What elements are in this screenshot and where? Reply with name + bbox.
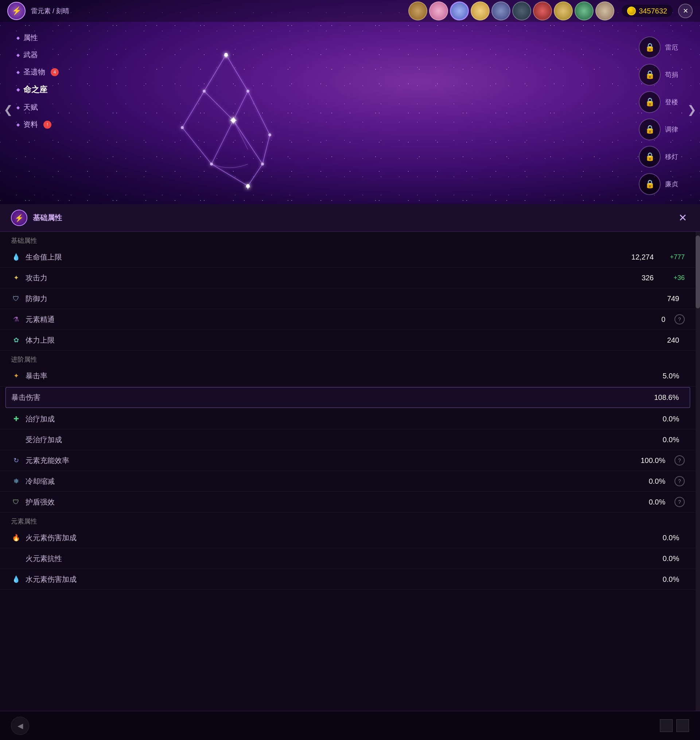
panel-title: 基础属性 [33,213,62,223]
pyrores-icon [11,554,21,564]
nav-logo: ⚡ [7,2,25,20]
top-navigation: ⚡ 雷元素 / 刻晴 3457632 ✕ [0,0,700,22]
panel-logo: ⚡ [11,210,27,226]
const-label-4: 调律 [665,125,678,134]
sidebar-item-constellation[interactable]: 命之座 [11,81,64,99]
char-avatar-2[interactable] [429,1,448,21]
constellation-art [102,25,350,197]
inhealing-icon [11,435,21,445]
const-circle-4[interactable]: 🔒 [639,119,660,140]
char-avatar-8[interactable] [554,1,573,21]
stat-row-stamina: ✿ 体力上限 240 [0,330,696,351]
sidebar-item-weapon[interactable]: 武器 [11,46,64,63]
svg-line-8 [233,120,263,164]
stat-row-pyrores: 火元素抗性 0.0% [0,548,696,569]
hp-icon: 💧 [11,252,21,262]
panel-close-button[interactable]: ✕ [676,211,689,224]
const-btn-3[interactable]: 🔒 登楼 [639,91,678,113]
bottom-square-1[interactable] [660,719,673,732]
er-help-button[interactable]: ? [675,455,685,465]
nav-arrow-right[interactable]: ❯ [687,103,696,116]
svg-point-13 [203,90,206,92]
const-btn-2[interactable]: 🔒 苟捐 [639,64,678,86]
const-circle-2[interactable]: 🔒 [639,64,660,86]
stats-container: 基础属性 💧 生命值上限 12,274 +777 ✦ 攻击力 326 +36 [0,232,700,740]
char-avatar-1[interactable] [408,1,427,21]
stats-scrollbar[interactable] [696,232,700,740]
character-list [408,1,614,21]
svg-line-7 [212,120,233,164]
stat-value-shield: 0.0% [649,498,665,507]
stamina-icon: ✿ [11,335,21,345]
stat-value-atk: 326 [642,274,654,282]
sidebar-label-profile: 资料 [24,120,38,129]
cd-help-button[interactable]: ? [675,476,685,486]
bottom-square-2[interactable] [676,719,689,732]
bottom-navigation: ◀ [0,711,700,740]
const-circle-5[interactable]: 🔒 [639,146,660,168]
scrollbar-thumb[interactable] [696,235,700,308]
stat-value-er: 100.0% [641,457,665,465]
stat-row-em: ⚗ 元素精通 0 ? [0,309,696,330]
const-circle-6[interactable]: 🔒 [639,173,660,195]
stat-name-cd: 冷却缩减 [25,476,649,486]
char-avatar-5[interactable] [491,1,510,21]
char-avatar-4[interactable] [471,1,490,21]
stat-row-pyro: 🔥 火元素伤害加成 0.0% [0,527,696,548]
char-avatar-3[interactable] [450,1,469,21]
stat-row-critrate: ✦ 暴击率 5.0% [0,366,696,386]
sidebar-item-artifacts[interactable]: 圣遗物 4 [11,63,64,81]
sidebar-item-attributes[interactable]: 属性 [11,29,64,46]
stat-value-critrate: 5.0% [662,372,679,380]
const-btn-4[interactable]: 🔒 调律 [639,119,678,140]
gold-amount: 3457632 [639,7,667,15]
left-sidebar: 属性 武器 圣遗物 4 命之座 天赋 资料 ! [11,29,64,133]
stat-row-atk: ✦ 攻击力 326 +36 [0,267,696,288]
const-btn-1[interactable]: 🔒 雷厄 [639,37,678,58]
def-icon: 🛡 [11,294,21,304]
nav-close-button[interactable]: ✕ [678,4,693,18]
breadcrumb: 雷元素 / 刻晴 [31,7,69,15]
stat-row-hp: 💧 生命值上限 12,274 +777 [0,247,696,267]
em-icon: ⚗ [11,314,21,324]
char-avatar-6[interactable] [512,1,531,21]
stat-row-critdmg: 暴击伤害 108.6% [6,387,690,408]
shield-help-button[interactable]: ? [675,497,685,507]
element-section-header: 元素属性 [0,512,696,527]
panel-header: ⚡ 基础属性 ✕ [0,204,700,232]
stat-row-shield: 🛡 护盾强效 0.0% ? [0,492,696,512]
stat-row-def: 🛡 防御力 749 [0,288,696,309]
stat-name-hp: 生命值上限 [25,252,631,262]
sidebar-item-profile[interactable]: 资料 ! [11,116,64,133]
nav-arrow-left[interactable]: ❮ [4,103,13,116]
stat-name-pyro: 火元素伤害加成 [25,533,662,543]
svg-point-19 [261,163,264,166]
stat-bonus-hp: +777 [659,253,685,261]
stat-name-critrate: 暴击率 [25,371,662,381]
stat-name-em: 元素精通 [25,314,661,324]
svg-point-15 [181,126,184,129]
er-icon: ↻ [11,455,21,465]
stat-name-inhealing: 受治疗加成 [25,435,662,445]
stat-name-def: 防御力 [25,294,667,304]
svg-line-0 [204,55,226,91]
stat-name-er: 元素充能效率 [25,456,641,465]
const-btn-5[interactable]: 🔒 移灯 [639,146,678,168]
bottom-nav-prev[interactable]: ◀ [11,717,29,735]
bottom-nav-squares [660,719,689,732]
stat-name-critdmg: 暴击伤害 [11,393,654,402]
const-btn-6[interactable]: 🔒 廉贞 [639,173,678,195]
const-circle-3[interactable]: 🔒 [639,91,660,113]
char-avatar-9[interactable] [575,1,594,21]
em-help-button[interactable]: ? [675,314,685,324]
char-avatar-10[interactable] [596,1,614,21]
gold-display: 3457632 [622,5,673,17]
sidebar-label-constellation: 命之座 [24,84,47,95]
const-circle-1[interactable]: 🔒 [639,37,660,58]
atk-icon: ✦ [11,273,21,283]
svg-line-9 [263,135,270,164]
sidebar-item-talents[interactable]: 天赋 [11,99,64,116]
stat-value-hp: 12,274 [631,253,654,261]
char-avatar-7[interactable] [533,1,552,21]
sidebar-label-attributes: 属性 [24,33,38,43]
